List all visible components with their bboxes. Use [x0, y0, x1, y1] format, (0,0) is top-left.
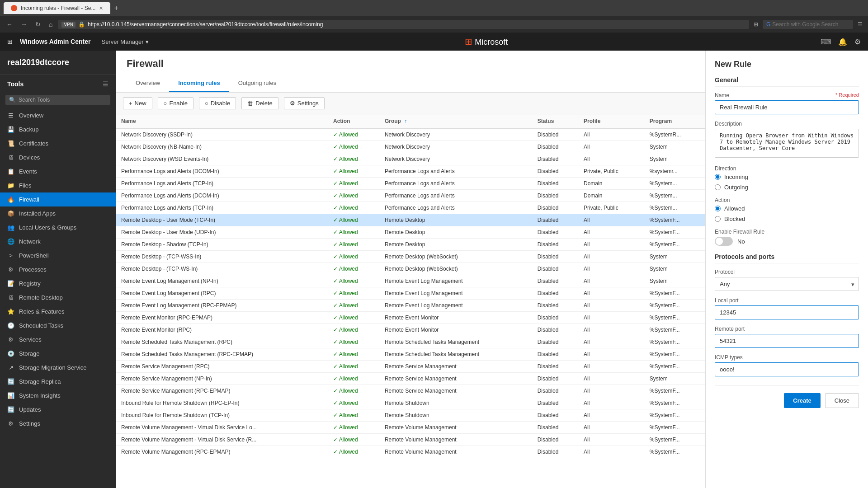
sidebar-item-overview[interactable]: ☰Overview [0, 108, 116, 122]
tab-close-button[interactable]: ✕ [99, 5, 103, 11]
blocked-radio-label[interactable]: Blocked [715, 216, 859, 222]
table-row[interactable]: Remote Desktop - (TCP-WSS-In) ✓ Allowed … [116, 251, 705, 263]
close-button[interactable]: Close [825, 393, 859, 408]
table-row[interactable]: Remote Desktop - User Mode (TCP-In) ✓ Al… [116, 214, 705, 226]
col-group[interactable]: Group ↑ [379, 114, 532, 128]
name-input[interactable] [715, 100, 859, 114]
sidebar-item-settings[interactable]: ⚙Settings [0, 417, 116, 431]
sidebar-item-certificates[interactable]: 📜Certificates [0, 136, 116, 150]
sidebar-item-firewall[interactable]: 🔥Firewall [0, 192, 116, 206]
sidebar-item-files[interactable]: 📁Files [0, 178, 116, 192]
incoming-radio[interactable] [715, 174, 721, 180]
table-row[interactable]: Remote Event Monitor (RPC) ✓ Allowed Rem… [116, 324, 705, 336]
col-status[interactable]: Status [532, 114, 578, 128]
col-name[interactable]: Name [116, 114, 328, 128]
disable-button[interactable]: ○ Disable [199, 97, 236, 109]
back-button[interactable]: ← [4, 19, 15, 30]
sidebar-item-system-insights[interactable]: 📊System Insights [0, 389, 116, 403]
address-bar[interactable] [88, 21, 745, 28]
sidebar-item-powershell[interactable]: >PowerShell [0, 249, 116, 263]
blocked-radio[interactable] [715, 216, 721, 222]
new-rule-button[interactable]: + New [123, 97, 152, 109]
col-program[interactable]: Program [644, 114, 705, 128]
settings-button[interactable]: ⚙ Settings [284, 97, 325, 109]
sidebar-item-storage-replica[interactable]: 🔄Storage Replica [0, 375, 116, 389]
table-row[interactable]: Inbound Rule for Remote Shutdown (RPC-EP… [116, 397, 705, 409]
table-row[interactable]: Remote Event Monitor (RPC-EPMAP) ✓ Allow… [116, 312, 705, 324]
sidebar-item-remote-desktop[interactable]: 🖥Remote Desktop [0, 291, 116, 305]
sidebar-item-local-users-groups[interactable]: 👥Local Users & Groups [0, 221, 116, 235]
new-tab-button[interactable]: + [110, 2, 122, 14]
table-row[interactable]: Performance Logs and Alerts (DCOM-In) ✓ … [116, 190, 705, 202]
sidebar-item-roles-features[interactable]: ⭐Roles & Features [0, 305, 116, 319]
tab-overview[interactable]: Overview [127, 75, 169, 92]
sidebar-item-services[interactable]: ⚙Services [0, 333, 116, 347]
browser-tab[interactable]: Incoming rules - Firewall - Se... ✕ [4, 2, 110, 14]
local-port-input[interactable] [715, 305, 859, 319]
table-row[interactable]: Remote Event Log Management (RPC-EPMAP) … [116, 300, 705, 312]
delete-button[interactable]: 🗑 Delete [241, 97, 278, 109]
server-manager-nav[interactable]: Server Manager ▾ [98, 37, 152, 47]
table-row[interactable]: Performance Logs and Alerts (TCP-In) ✓ A… [116, 202, 705, 214]
sidebar-item-events[interactable]: 📋Events [0, 164, 116, 178]
table-row[interactable]: Remote Scheduled Tasks Management (RPC-E… [116, 348, 705, 361]
sidebar-item-backup[interactable]: 💾Backup [0, 122, 116, 136]
sidebar-item-installed-apps[interactable]: 📦Installed Apps [0, 206, 116, 221]
col-profile[interactable]: Profile [578, 114, 644, 128]
table-row[interactable]: Remote Service Management (NP-In) ✓ Allo… [116, 373, 705, 385]
allowed-radio[interactable] [715, 206, 721, 211]
sidebar-item-scheduled-tasks[interactable]: 🕐Scheduled Tasks [0, 319, 116, 333]
table-row[interactable]: Remote Service Management (RPC) ✓ Allowe… [116, 361, 705, 373]
table-row[interactable]: Network Discovery (WSD Events-In) ✓ Allo… [116, 153, 705, 165]
table-row[interactable]: Network Discovery (NB-Name-In) ✓ Allowed… [116, 141, 705, 153]
table-row[interactable]: Remote Desktop - User Mode (UDP-In) ✓ Al… [116, 226, 705, 239]
cell-profile: All [578, 226, 644, 239]
table-row[interactable]: Remote Desktop - Shadow (TCP-In) ✓ Allow… [116, 239, 705, 251]
outgoing-radio-label[interactable]: Outgoing [715, 184, 859, 191]
collapse-sidebar-button[interactable]: ☰ [103, 80, 108, 88]
table-row[interactable]: Remote Volume Management - Virtual Disk … [116, 422, 705, 434]
table-row[interactable]: Performance Logs and Alerts (DCOM-In) ✓ … [116, 165, 705, 178]
refresh-button[interactable]: ↻ [33, 19, 43, 30]
terminal-button[interactable]: ⌨ [821, 38, 831, 46]
sidebar-button[interactable]: ☰ [856, 20, 864, 28]
table-row[interactable]: Remote Event Log Management (RPC) ✓ Allo… [116, 287, 705, 300]
search-input[interactable] [772, 21, 849, 28]
table-row[interactable]: Performance Logs and Alerts (TCP-In) ✓ A… [116, 178, 705, 190]
sidebar-item-processes[interactable]: ⚙Processes [0, 263, 116, 277]
sidebar-item-storage-migration[interactable]: ↗Storage Migration Service [0, 361, 116, 375]
description-textarea[interactable] [715, 129, 859, 158]
icmp-input[interactable] [715, 362, 859, 376]
table-row[interactable]: Network Discovery (SSDP-In) ✓ Allowed Ne… [116, 128, 705, 141]
sidebar-item-updates[interactable]: 🔄Updates [0, 403, 116, 417]
tab-incoming[interactable]: Incoming rules [169, 75, 229, 92]
protocol-select[interactable]: Any TCP UDP ICMP [715, 277, 859, 291]
tab-outgoing[interactable]: Outgoing rules [229, 75, 286, 92]
col-action[interactable]: Action [328, 114, 379, 128]
home-button[interactable]: ⌂ [46, 19, 55, 30]
sidebar-item-devices[interactable]: 🖥Devices [0, 150, 116, 164]
sidebar-item-network[interactable]: 🌐Network [0, 235, 116, 249]
table-row[interactable]: Remote Volume Management (RPC-EPMAP) ✓ A… [116, 446, 705, 458]
search-tools-input[interactable] [19, 97, 107, 103]
table-row[interactable]: Remote Service Management (RPC-EPMAP) ✓ … [116, 385, 705, 397]
forward-button[interactable]: → [18, 19, 30, 30]
create-button[interactable]: Create [784, 393, 820, 408]
table-row[interactable]: Remote Desktop - (TCP-WS-In) ✓ Allowed R… [116, 263, 705, 275]
incoming-radio-label[interactable]: Incoming [715, 174, 859, 180]
sidebar-item-storage[interactable]: 💿Storage [0, 347, 116, 361]
gear-button[interactable]: ⚙ [854, 38, 861, 46]
table-row[interactable]: Remote Volume Management - Virtual Disk … [116, 434, 705, 446]
outgoing-radio[interactable] [715, 184, 721, 190]
table-row[interactable]: Remote Event Log Management (NP-In) ✓ Al… [116, 275, 705, 287]
allowed-radio-label[interactable]: Allowed [715, 205, 859, 212]
sidebar-item-registry[interactable]: 📝Registry [0, 277, 116, 291]
table-row[interactable]: Remote Scheduled Tasks Management (RPC) … [116, 336, 705, 348]
extensions-button[interactable]: ⊞ [752, 20, 760, 28]
enable-toggle[interactable] [715, 237, 733, 246]
sidebar-icon-storage-migration: ↗ [7, 364, 14, 371]
remote-port-input[interactable] [715, 334, 859, 348]
bell-button[interactable]: 🔔 [838, 38, 847, 46]
enable-button[interactable]: ○ Enable [158, 97, 193, 109]
table-row[interactable]: Inbound Rule for Remote Shutdown (TCP-In… [116, 409, 705, 422]
